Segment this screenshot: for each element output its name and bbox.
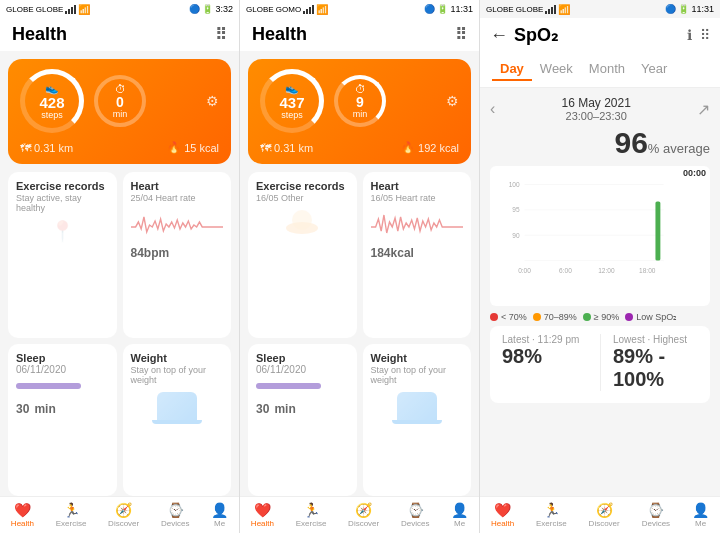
discover-nav-icon-2: 🧭 <box>355 502 372 518</box>
heart-date-1: 25/04 Heart rate <box>131 193 224 203</box>
exercise-subtitle-1: Stay active, stay healthy <box>16 193 109 213</box>
next-arrow[interactable]: ↗ <box>697 100 710 119</box>
sleep-card-2[interactable]: Sleep 06/11/2020 30 min <box>248 344 357 496</box>
heart-card-1[interactable]: Heart 25/04 Heart rate 84bpm <box>123 172 232 338</box>
spo2-panel: GLOBE GLOBE 📶 🔵 🔋 11:31 ← SpO₂ ℹ ⠿ Day W… <box>480 0 720 533</box>
card-gear-icon-1[interactable]: ⚙ <box>206 93 219 109</box>
nav-exercise-1[interactable]: 🏃 Exercise <box>56 502 87 528</box>
me-nav-icon-2: 👤 <box>451 502 468 518</box>
card-gear-icon-2[interactable]: ⚙ <box>446 93 459 109</box>
weight-scale-1 <box>131 385 224 420</box>
lt70-dot <box>490 313 498 321</box>
nav-health-label-2: Health <box>251 519 274 528</box>
spo2-header: ← SpO₂ ℹ ⠿ <box>480 18 720 52</box>
nav-devices-2[interactable]: ⌚ Devices <box>401 502 429 528</box>
status-right-2: 🔵 🔋 11:31 <box>424 4 473 14</box>
nav-health-spo2[interactable]: ❤️ Health <box>491 502 514 528</box>
nav-exercise-label-2: Exercise <box>296 519 327 528</box>
nav-me-1[interactable]: 👤 Me <box>211 502 228 528</box>
avg-number: 96 <box>614 126 647 159</box>
sleep-bar-1 <box>16 383 81 389</box>
steps-ring-1[interactable]: 👟 428 steps <box>20 69 84 133</box>
timer-ring-2[interactable]: ⏱ 9 min <box>334 75 386 127</box>
menu-dots-1[interactable]: ⠿ <box>215 25 227 44</box>
nav-exercise-label-spo2: Exercise <box>536 519 567 528</box>
steps-label-2: steps <box>281 110 303 120</box>
activity-card-1: 👟 428 steps ⏱ 0 min ⚙ 🗺 0.31 km <box>8 59 231 164</box>
status-right-1: 🔵 🔋 3:32 <box>189 4 233 14</box>
legend-low: Low SpO₂ <box>625 312 677 322</box>
stats-row: Latest · 11:29 pm 98% Lowest · Highest 8… <box>490 326 710 403</box>
tab-year[interactable]: Year <box>633 58 675 81</box>
timer-ring-1[interactable]: ⏱ 0 min <box>94 75 146 127</box>
svg-text:100: 100 <box>509 181 520 188</box>
weight-title-1: Weight <box>131 352 224 364</box>
nav-me-label-spo2: Me <box>695 519 706 528</box>
app-title-2: Health <box>252 24 307 45</box>
weight-scale-2 <box>371 385 464 420</box>
nav-devices-1[interactable]: ⌚ Devices <box>161 502 189 528</box>
heart-kcal-card-2[interactable]: Heart 16/05 Heart rate 184kcal <box>363 172 472 338</box>
date-info: 16 May 2021 23:00–23:30 <box>561 96 630 122</box>
more-icon[interactable]: ⠿ <box>700 27 710 43</box>
heart-nav-icon-spo2: ❤️ <box>494 502 511 518</box>
fire-icon-2: 🔥 <box>401 141 415 154</box>
nav-devices-label-spo2: Devices <box>642 519 670 528</box>
heart-value-1: 84bpm <box>131 241 224 262</box>
nav-discover-spo2[interactable]: 🧭 Discover <box>589 502 620 528</box>
nav-health-2[interactable]: ❤️ Health <box>251 502 274 528</box>
weight-card-1[interactable]: Weight Stay on top of your weight <box>123 344 232 496</box>
status-left-2: GLOBE GOMO 📶 <box>246 4 328 15</box>
nav-devices-spo2[interactable]: ⌚ Devices <box>642 502 670 528</box>
bt-icon-1: 🔵 <box>189 4 200 14</box>
app-header-1: Health ⠿ <box>0 18 239 51</box>
steps-ring-2[interactable]: 👟 437 steps <box>260 69 324 133</box>
circles-2: 👟 437 steps ⏱ 9 min <box>260 69 386 133</box>
latest-value: 98% <box>502 345 600 368</box>
bt-icon-2: 🔵 <box>424 4 435 14</box>
menu-dots-2[interactable]: ⠿ <box>455 25 467 44</box>
tab-week[interactable]: Week <box>532 58 581 81</box>
nav-health-1[interactable]: ❤️ Health <box>11 502 34 528</box>
signal-bars-2 <box>303 5 314 14</box>
spo2-content: ‹ 16 May 2021 23:00–23:30 ↗ 96% average … <box>480 88 720 496</box>
nav-discover-2[interactable]: 🧭 Discover <box>348 502 379 528</box>
nav-health-label-1: Health <box>11 519 34 528</box>
nav-discover-label-2: Discover <box>348 519 379 528</box>
range-value: 89% - 100% <box>613 345 698 391</box>
weight-card-2[interactable]: Weight Stay on top of your weight <box>363 344 472 496</box>
activity-bottom-1: 🗺 0.31 km 🔥 15 kcal <box>20 141 219 154</box>
nav-exercise-2[interactable]: 🏃 Exercise <box>296 502 327 528</box>
nav-me-2[interactable]: 👤 Me <box>451 502 468 528</box>
prev-arrow[interactable]: ‹ <box>490 100 495 118</box>
cards-grid-1: Exercise records Stay active, stay healt… <box>8 172 231 496</box>
map-pin-icon-1: 📍 <box>50 219 75 243</box>
low-dot <box>625 313 633 321</box>
heart-line-2 <box>371 207 464 237</box>
spo2-chart: 00:00 100 95 90 0:00 6:00 12:00 18:00 <box>490 166 710 306</box>
battery-icon-2: 🔋 <box>437 4 448 14</box>
back-button[interactable]: ← <box>490 25 508 46</box>
tab-day[interactable]: Day <box>492 58 532 81</box>
heart2-date-2: 16/05 Heart rate <box>371 193 464 203</box>
sleep-date-1: 06/11/2020 <box>16 364 109 375</box>
signal-bars-spo2 <box>545 5 556 14</box>
run-nav-icon-1: 🏃 <box>63 502 80 518</box>
date-nav: ‹ 16 May 2021 23:00–23:30 ↗ <box>490 96 710 122</box>
avg-label: % average <box>648 141 710 156</box>
carrier-spo2: GLOBE GLOBE <box>486 5 543 14</box>
run-nav-icon-spo2: 🏃 <box>543 502 560 518</box>
fire-icon-1: 🔥 <box>167 141 181 154</box>
nav-exercise-spo2[interactable]: 🏃 Exercise <box>536 502 567 528</box>
nav-me-spo2[interactable]: 👤 Me <box>692 502 709 528</box>
nav-discover-1[interactable]: 🧭 Discover <box>108 502 139 528</box>
exercise-card-1[interactable]: Exercise records Stay active, stay healt… <box>8 172 117 338</box>
distance-icon-2: 🗺 <box>260 142 271 154</box>
sleep-card-1[interactable]: Sleep 06/11/2020 30 min <box>8 344 117 496</box>
exercise-title-1: Exercise records <box>16 180 109 192</box>
exercise-card-2[interactable]: Exercise records 16/05 Other <box>248 172 357 338</box>
heart2-title-2: Heart <box>371 180 464 192</box>
low-label: Low SpO₂ <box>636 312 677 322</box>
info-icon[interactable]: ℹ <box>687 27 692 43</box>
tab-month[interactable]: Month <box>581 58 633 81</box>
